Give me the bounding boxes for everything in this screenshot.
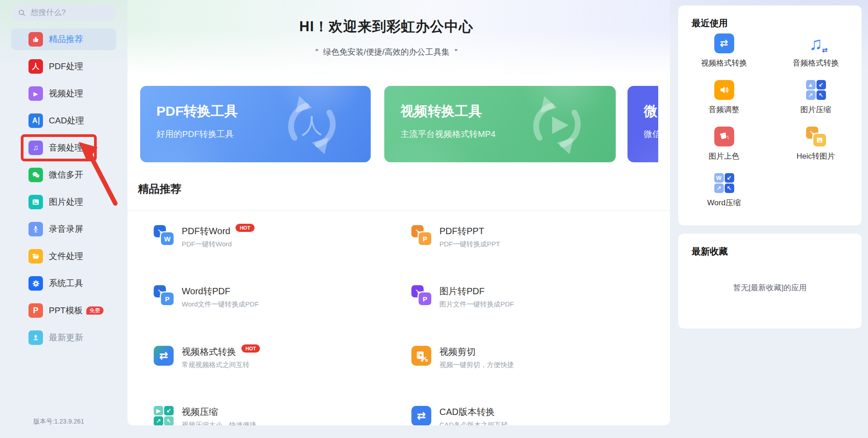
- sidebar-item-record[interactable]: 录音录屏: [11, 218, 116, 240]
- search-input[interactable]: [30, 8, 108, 18]
- play-icon: ▶: [28, 86, 43, 101]
- app-item-video-convert[interactable]: ⇄ 视频格式转换 HOT 常规视频格式之间互转: [154, 346, 371, 369]
- app-item-pdf-to-word[interactable]: ↘W PDF转Word HOT PDF一键转Word: [154, 225, 371, 249]
- app-item-desc: PDF一键转Word: [182, 240, 255, 249]
- banner-subtitle: 好用的PDF转换工具: [156, 128, 234, 140]
- sidebar-item-label: PPT模板: [49, 305, 83, 316]
- video-convert-icon: ⇄: [154, 346, 174, 366]
- annotation-arrow-icon: [68, 136, 122, 210]
- recent-item-label: 视频格式转换: [701, 58, 747, 68]
- sidebar-item-updates[interactable]: 最新更新: [11, 327, 116, 349]
- recent-item-heic-convert[interactable]: ↘ Heic转图片: [778, 127, 854, 161]
- hot-badge: HOT: [241, 344, 260, 353]
- video-compress-icon: ▶↙↗↖: [154, 406, 174, 425]
- cad-convert-icon: ⇄: [411, 406, 431, 425]
- wechat-icon: [28, 168, 43, 182]
- app-item-title: 视频压缩: [182, 406, 218, 418]
- image-compress-icon: ▲↙↗↖: [806, 80, 826, 100]
- thumbs-up-icon: [28, 32, 43, 47]
- banner-row: PDF转换工具 好用的PDF转换工具 人 视频转换工具 主流平台视频格式转MP4: [140, 86, 658, 163]
- pdf-to-word-icon: ↘W: [154, 225, 174, 245]
- image-to-pdf-icon: ↘P: [411, 285, 431, 305]
- sidebar-item-label: 最新更新: [49, 332, 83, 344]
- app-item-word-to-pdf[interactable]: ↘P Word转PDF Word文件一键转换成PDF: [154, 285, 371, 309]
- hot-badge: HOT: [236, 224, 254, 232]
- featured-heading: 精品推荐: [138, 182, 181, 196]
- app-item-video-compress[interactable]: ▶↙↗↖ 视频压缩 视频压缩大小，快速便捷: [154, 406, 371, 425]
- sidebar-item-ppt[interactable]: P PPT模板 免费: [11, 300, 116, 321]
- recent-item-word-compress[interactable]: W↙↗↖ Word压缩: [686, 173, 763, 208]
- recent-item-label: Heic转图片: [797, 151, 835, 161]
- banner-title: 视频转换工具: [401, 102, 482, 121]
- recent-item-audio-convert[interactable]: ♫⇄ 音频格式转换: [778, 33, 854, 68]
- recent-item-label: 图片上色: [709, 151, 740, 161]
- sidebar-item-cad[interactable]: A CAD处理: [11, 110, 116, 132]
- app-item-desc: PDF一键转换成PPT: [439, 240, 500, 249]
- welcome-title: HI！欢迎来到彩虹办公中心: [127, 17, 645, 36]
- svg-text:人: 人: [301, 113, 322, 137]
- gear-icon: [28, 276, 43, 291]
- app-item-desc: 视频压缩大小，快速便捷: [182, 421, 256, 425]
- banner-title: 微: [644, 102, 657, 121]
- recent-item-video-convert[interactable]: ⇄ 视频格式转换: [686, 33, 763, 68]
- app-item-pdf-to-ppt[interactable]: ↘P PDF转PPT PDF一键转换成PPT: [411, 225, 628, 249]
- recent-item-label: 音频格式转换: [793, 58, 839, 68]
- pdf-to-ppt-icon: ↘P: [411, 225, 431, 245]
- sidebar-item-label: 精品推荐: [49, 33, 83, 45]
- recent-heading: 最近使用: [692, 17, 728, 29]
- app-item-image-to-pdf[interactable]: ↘P 图片转PDF 图片文件一键转换成PDF: [411, 285, 628, 309]
- search-icon: [18, 9, 26, 17]
- welcome-subtitle: ＂ 绿色免安装/便捷/高效的办公工具集 ＂: [127, 47, 645, 57]
- sidebar-item-pdf[interactable]: 人 PDF处理: [11, 56, 116, 77]
- app-item-cad-convert[interactable]: ⇄ CAD版本转换 CAD各个版本之间互转: [411, 406, 628, 425]
- cad-icon: A: [28, 113, 43, 128]
- recent-grid: ⇄ 视频格式转换 ♫⇄ 音频格式转换 音频调整 ▲↙↗↖ 图片压缩: [678, 33, 862, 208]
- recent-item-audio-adjust[interactable]: 音频调整: [686, 80, 763, 115]
- app-item-title: Word转PDF: [182, 285, 230, 297]
- ppt-icon: P: [28, 303, 43, 318]
- video-cut-icon: [411, 346, 431, 366]
- image-icon: [28, 195, 43, 209]
- mic-icon: [28, 222, 43, 236]
- recent-item-image-colorize[interactable]: 图片上色: [686, 127, 763, 161]
- favorites-heading: 最新收藏: [692, 245, 728, 258]
- app-item-desc: CAD各个版本之间互转: [439, 421, 508, 425]
- sidebar-item-file[interactable]: 文件处理: [11, 245, 116, 267]
- recent-item-label: 音频调整: [709, 104, 740, 115]
- word-compress-icon: W↙↗↖: [714, 173, 734, 193]
- recent-item-label: Word压缩: [707, 198, 741, 208]
- favorites-empty-text: 暂无[最新收藏]的应用: [678, 283, 862, 293]
- sidebar-item-video[interactable]: ▶ 视频处理: [11, 83, 116, 104]
- banner-title: PDF转换工具: [156, 102, 238, 121]
- app-window: 精品推荐 人 PDF处理 ▶ 视频处理 A CAD处理 ♫ 音频处理 微信多开: [0, 0, 868, 438]
- heic-icon: ↘: [806, 127, 826, 146]
- app-item-video-cut[interactable]: 视频剪切 视频一键剪切，方便快捷: [411, 346, 628, 369]
- version-label: 版本号:1.23.9.261: [33, 418, 84, 426]
- recent-item-image-compress[interactable]: ▲↙↗↖ 图片压缩: [778, 80, 854, 115]
- sidebar-item-system[interactable]: 系统工具: [11, 273, 116, 294]
- sidebar-item-label: 视频处理: [49, 88, 83, 99]
- banner-wechat-tools[interactable]: 微 微信: [627, 86, 658, 162]
- search-box[interactable]: [11, 4, 116, 21]
- paint-icon: [714, 127, 734, 146]
- header-gradient: [127, 0, 670, 75]
- pdf-icon: 人: [28, 59, 43, 74]
- sidebar-item-label: PDF处理: [49, 61, 83, 72]
- app-item-title: PDF转PPT: [439, 225, 484, 237]
- app-item-title: 视频剪切: [439, 346, 476, 358]
- banner-pdf-tools[interactable]: PDF转换工具 好用的PDF转换工具 人: [140, 86, 371, 162]
- banner-subtitle: 微信: [644, 128, 658, 140]
- sidebar-item-label: 录音录屏: [49, 223, 83, 235]
- app-item-desc: 图片文件一键转换成PDF: [439, 300, 514, 309]
- folder-icon: [28, 249, 43, 264]
- banner-subtitle: 主流平台视频格式转MP4: [401, 128, 495, 140]
- banner-video-tools[interactable]: 视频转换工具 主流平台视频格式转MP4: [384, 86, 616, 162]
- main-panel: HI！欢迎来到彩虹办公中心 ＂ 绿色免安装/便捷/高效的办公工具集 ＂ PDF转…: [127, 0, 670, 425]
- recent-panel: 最近使用 ⇄ 视频格式转换 ♫⇄ 音频格式转换 音频调整 ▲↙↗↖ 图片压缩: [678, 5, 862, 226]
- free-badge: 免费: [86, 306, 104, 315]
- play-sync-watermark-icon: [523, 91, 591, 159]
- app-item-title: PDF转Word: [182, 225, 230, 237]
- sidebar-item-featured[interactable]: 精品推荐: [11, 28, 116, 50]
- app-item-title: CAD版本转换: [439, 406, 495, 418]
- favorites-panel: 最新收藏 暂无[最新收藏]的应用: [678, 234, 862, 329]
